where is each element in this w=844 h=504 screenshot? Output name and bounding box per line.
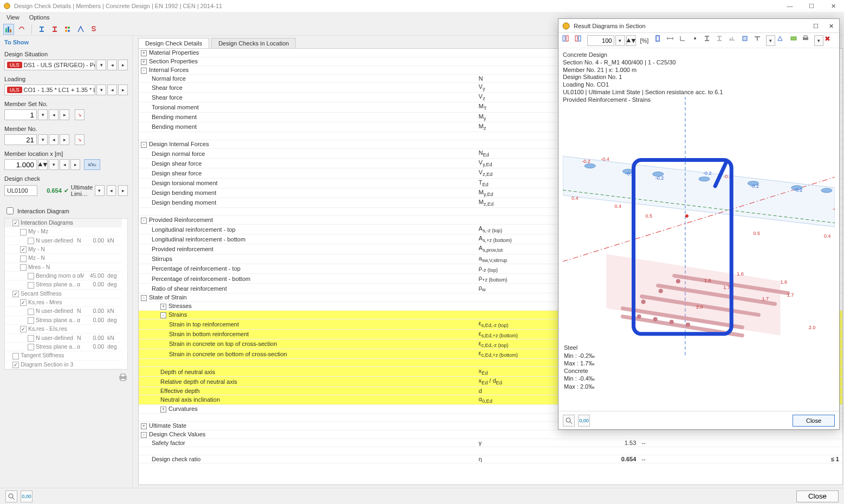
svg-line-83 bbox=[570, 422, 572, 424]
fw-persp-icon[interactable] bbox=[776, 35, 788, 47]
interaction-diagram-checkbox[interactable] bbox=[7, 207, 14, 214]
check-ok-icon: ✔ bbox=[64, 187, 69, 194]
fw-I2-icon[interactable] bbox=[716, 35, 727, 47]
design-check-code[interactable]: UL0100 bbox=[4, 185, 37, 196]
svg-rect-35 bbox=[804, 36, 807, 38]
fw-decimal-icon[interactable]: 0,00 bbox=[578, 415, 590, 427]
tool-diagrams-icon[interactable] bbox=[3, 24, 14, 35]
maximize-button[interactable]: ☐ bbox=[801, 0, 822, 12]
loc-quick-button[interactable]: x/x₀ bbox=[84, 159, 100, 170]
svg-text:1.7: 1.7 bbox=[787, 292, 794, 298]
next-design-check-button[interactable]: ▸ bbox=[118, 185, 128, 196]
design-situation-select[interactable]: ULS DS1 - ULS (STR/GEO) - Perman… bbox=[4, 60, 95, 70]
svg-rect-29 bbox=[717, 40, 722, 41]
minimize-button[interactable]: — bbox=[779, 0, 801, 12]
fw-t-dropdown[interactable]: ▾ bbox=[766, 35, 775, 46]
svg-point-0 bbox=[4, 3, 10, 9]
member-set-dropdown[interactable]: ▾ bbox=[38, 109, 48, 120]
tab-design-check-details[interactable]: Design Check Details bbox=[138, 38, 209, 48]
zoom-input[interactable] bbox=[587, 35, 614, 46]
fw-tool-1-icon[interactable] bbox=[562, 35, 573, 47]
zoom-dropdown[interactable]: ▾ bbox=[615, 35, 625, 46]
interaction-tree[interactable]: Interaction DiagramsMy - MzN user-define… bbox=[4, 218, 128, 370]
fw-search-icon[interactable] bbox=[563, 415, 575, 427]
svg-rect-2 bbox=[8, 27, 9, 32]
tool-link-icon[interactable] bbox=[16, 24, 27, 35]
zoom-stepper[interactable]: ⯅⯆ bbox=[626, 35, 636, 46]
member-set-input[interactable] bbox=[4, 109, 37, 120]
prev-loc-button[interactable]: ◂ bbox=[60, 159, 69, 170]
main-close-button[interactable]: Close bbox=[796, 490, 839, 502]
fw-print-icon[interactable] bbox=[802, 35, 813, 47]
menu-options[interactable]: Options bbox=[29, 14, 50, 21]
dropdown-icon[interactable]: ▾ bbox=[96, 60, 106, 70]
result-diagrams-window[interactable]: Result Diagrams in Section ☐ ✕ ▾ ⯅⯆ [%] … bbox=[558, 18, 840, 430]
fw-T-icon[interactable] bbox=[754, 35, 765, 47]
fw-axis-icon[interactable] bbox=[679, 35, 690, 47]
svg-point-71 bbox=[659, 289, 663, 293]
tool-I-blue-icon[interactable] bbox=[36, 24, 47, 35]
dropdown-icon[interactable]: ▾ bbox=[96, 84, 106, 95]
next-member-button[interactable]: ▸ bbox=[60, 134, 69, 145]
fw-print-dropdown[interactable]: ▾ bbox=[814, 35, 823, 46]
bottom-bar: 0,00 Close bbox=[0, 488, 844, 504]
tool-I-red-icon[interactable] bbox=[49, 24, 60, 35]
tab-design-checks-in-location[interactable]: Design Checks in Location bbox=[211, 38, 296, 48]
design-check-desc-select[interactable]: Ultimate Limi… bbox=[71, 184, 93, 197]
tool-s-icon[interactable] bbox=[88, 24, 99, 35]
svg-text:0.5: 0.5 bbox=[646, 213, 653, 219]
fw-cancel-icon[interactable]: ✖ bbox=[824, 35, 836, 47]
next-loc-button[interactable]: ▸ bbox=[70, 159, 80, 170]
svg-rect-32 bbox=[757, 36, 758, 41]
app-icon bbox=[562, 22, 570, 30]
loading-select[interactable]: ULS CO1 - 1.35 * LC1 + 1.35 * LC2 … bbox=[4, 84, 95, 95]
svg-text:1.7: 1.7 bbox=[723, 285, 730, 290]
tool-brace-icon[interactable] bbox=[75, 24, 86, 35]
pick-member-icon[interactable]: ↘ bbox=[75, 134, 85, 145]
member-no-input[interactable] bbox=[4, 134, 37, 145]
member-no-dropdown[interactable]: ▾ bbox=[38, 134, 48, 145]
fw-label-icon[interactable] bbox=[728, 35, 739, 47]
fw-ext-icon[interactable] bbox=[790, 35, 801, 47]
prev-member-set-button[interactable]: ◂ bbox=[49, 109, 59, 120]
svg-point-40 bbox=[585, 164, 595, 168]
fw-section-icon[interactable] bbox=[654, 35, 665, 47]
prev-design-check-button[interactable]: ◂ bbox=[107, 185, 116, 196]
next-member-set-button[interactable]: ▸ bbox=[60, 109, 69, 120]
close-window-button[interactable]: ✕ bbox=[822, 0, 844, 12]
prev-design-situation-button[interactable]: ◂ bbox=[107, 60, 117, 70]
tool-palette-icon[interactable] bbox=[62, 24, 73, 35]
member-loc-stepper[interactable]: ⯅⯆ bbox=[38, 159, 48, 170]
member-loc-dropdown[interactable]: ▾ bbox=[49, 159, 59, 170]
design-check-dropdown[interactable]: ▾ bbox=[95, 185, 105, 196]
print-icon[interactable] bbox=[118, 373, 128, 383]
member-no-label: Member No. bbox=[4, 126, 128, 132]
fw-dim-icon[interactable] bbox=[666, 35, 678, 47]
diagram-canvas[interactable]: -0.2 -0.4 -0.2 -0.2 -0.2 -0.4 -0.2 -0.2 … bbox=[563, 97, 835, 357]
fw-dot-icon[interactable] bbox=[691, 35, 703, 47]
menu-view[interactable]: View bbox=[7, 14, 20, 21]
fw-tool-2-icon[interactable] bbox=[574, 35, 586, 47]
svg-text:2.0: 2.0 bbox=[696, 304, 703, 310]
member-loc-input[interactable] bbox=[4, 159, 37, 170]
svg-text:-0.2: -0.2 bbox=[582, 159, 590, 164]
legend: Steel Min : -0.2‰ Max : 1.7‰ Concrete Mi… bbox=[564, 344, 595, 390]
next-loading-button[interactable]: ▸ bbox=[118, 84, 128, 95]
fw-3d-icon[interactable] bbox=[741, 35, 752, 47]
app-icon bbox=[3, 2, 11, 10]
prev-member-button[interactable]: ◂ bbox=[49, 134, 59, 145]
zoom-unit: [%] bbox=[640, 37, 649, 44]
search-icon[interactable] bbox=[5, 490, 17, 502]
sidebar-title: To Show bbox=[4, 39, 128, 45]
float-maximize-button[interactable]: ☐ bbox=[809, 20, 823, 32]
float-close-button[interactable]: ✕ bbox=[824, 20, 838, 32]
float-close-action-button[interactable]: Close bbox=[793, 415, 835, 427]
svg-rect-30 bbox=[743, 36, 747, 41]
svg-point-66 bbox=[637, 315, 641, 319]
prev-loading-button[interactable]: ◂ bbox=[107, 84, 117, 95]
pick-member-set-icon[interactable]: ↘ bbox=[75, 109, 85, 120]
decimal-icon[interactable]: 0,00 bbox=[21, 490, 33, 502]
fw-I1-icon[interactable] bbox=[703, 35, 715, 47]
next-design-situation-button[interactable]: ▸ bbox=[118, 60, 128, 70]
svg-point-10 bbox=[65, 27, 67, 29]
